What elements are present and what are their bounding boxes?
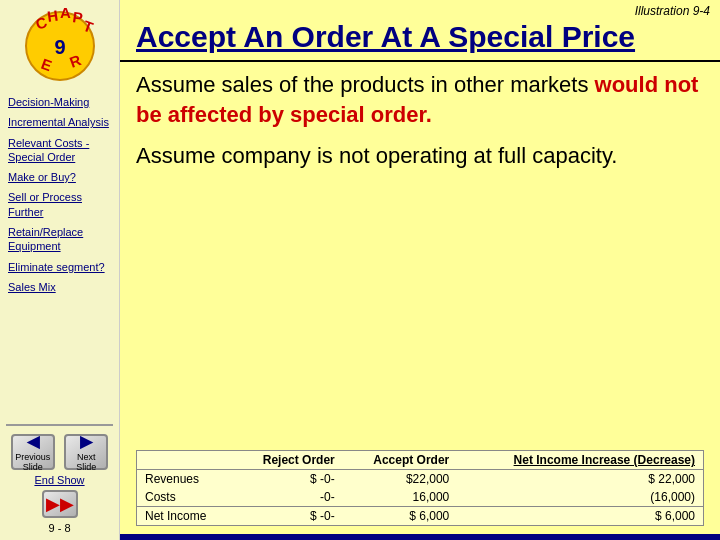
prev-arrow-icon: ◀ (27, 432, 39, 451)
sidebar-item-make-or-buy[interactable]: Make or Buy? (8, 168, 111, 186)
sidebar-item-retain-replace[interactable]: Retain/Replace Equipment (8, 223, 111, 256)
col-header-accept: Accept Order (343, 451, 458, 470)
para2-text: Assume company is not operating at full … (136, 143, 617, 168)
bottom-controls: End Show ▶▶ 9 - 8 (0, 474, 119, 540)
table-row: Net Income $ -0- $ 6,000 $ 6,000 (137, 507, 703, 526)
col-header-label (137, 451, 233, 470)
sidebar-item-incremental-analysis[interactable]: Incremental Analysis (8, 113, 111, 131)
row-costs-net: (16,000) (457, 488, 703, 507)
sidebar-item-eliminate-segment[interactable]: Eliminate segment? (8, 258, 111, 276)
svg-text:9: 9 (54, 36, 65, 58)
svg-text:T: T (80, 17, 94, 36)
row-revenues-label: Revenues (137, 470, 233, 489)
row-netincome-net: $ 6,000 (457, 507, 703, 526)
slide-number: 9 - 8 (48, 522, 70, 534)
row-netincome-accept: $ 6,000 (343, 507, 458, 526)
table-row: Costs -0- 16,000 (16,000) (137, 488, 703, 507)
divider (6, 424, 113, 426)
paragraph-1: Assume sales of the products in other ma… (136, 70, 704, 129)
row-costs-reject: -0- (233, 488, 343, 507)
previous-slide-button[interactable]: ◀ Previous Slide (11, 434, 55, 470)
paragraph-2: Assume company is not operating at full … (136, 141, 704, 171)
svg-text:H: H (46, 8, 59, 25)
sidebar-item-sell-or-process[interactable]: Sell or Process Further (8, 188, 111, 221)
next-arrow-icon: ▶ (80, 432, 92, 451)
next-slide-label: Next Slide (66, 453, 106, 473)
previous-slide-label: Previous Slide (13, 453, 53, 473)
table-row: Revenues $ -0- $22,000 $ 22,000 (137, 470, 703, 489)
sidebar-item-relevant-costs[interactable]: Relevant Costs - Special Order (8, 134, 111, 167)
nav-links: Decision-Making Incremental Analysis Rel… (0, 87, 119, 420)
row-revenues-net: $ 22,000 (457, 470, 703, 489)
chapter-logo: C H A P T E R 9 (20, 8, 100, 83)
sidebar-item-sales-mix[interactable]: Sales Mix (8, 278, 111, 296)
bottom-bar (120, 534, 720, 540)
para1-text-before: Assume sales of the products in other ma… (136, 72, 595, 97)
row-netincome-reject: $ -0- (233, 507, 343, 526)
financial-table: Reject Order Accept Order Net Income Inc… (137, 451, 703, 525)
col-header-reject: Reject Order (233, 451, 343, 470)
row-costs-accept: 16,000 (343, 488, 458, 507)
data-table-container: Reject Order Accept Order Net Income Inc… (136, 450, 704, 526)
logo-area: C H A P T E R 9 (0, 0, 119, 87)
illustration-label: Illustration 9-4 (120, 0, 720, 18)
row-costs-label: Costs (137, 488, 233, 507)
main-content: Illustration 9-4 Accept An Order At A Sp… (120, 0, 720, 540)
sidebar-item-decision-making[interactable]: Decision-Making (8, 93, 111, 111)
sidebar: C H A P T E R 9 Decision-Making Incremen… (0, 0, 120, 540)
row-revenues-reject: $ -0- (233, 470, 343, 489)
end-show-button[interactable]: ▶▶ (42, 490, 78, 518)
end-show-icon: ▶▶ (46, 493, 74, 515)
svg-text:A: A (60, 8, 71, 21)
next-slide-button[interactable]: ▶ Next Slide (64, 434, 108, 470)
col-header-net-income: Net Income Increase (Decrease) (457, 451, 703, 470)
page-title: Accept An Order At A Special Price (120, 18, 720, 62)
row-revenues-accept: $22,000 (343, 470, 458, 489)
row-netincome-label: Net Income (137, 507, 233, 526)
content-area: Assume sales of the products in other ma… (120, 70, 720, 442)
end-show-link[interactable]: End Show (34, 474, 84, 486)
nav-buttons: ◀ Previous Slide ▶ Next Slide (0, 430, 119, 474)
